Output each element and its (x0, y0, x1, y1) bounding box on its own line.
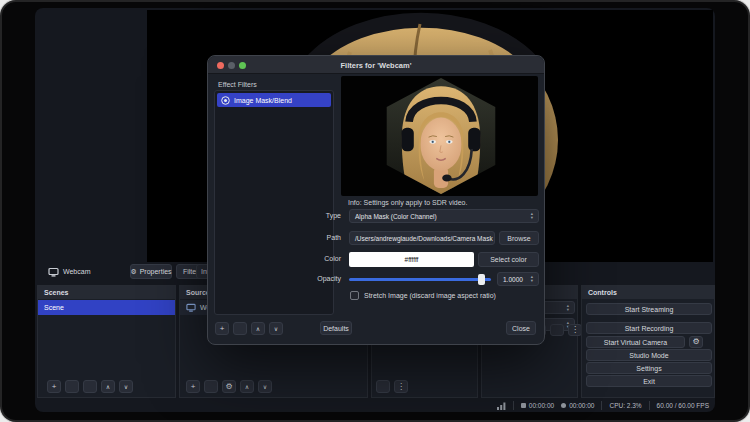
scene-down-button[interactable]: ∨ (119, 380, 133, 393)
opacity-spinbox[interactable]: 1.0000 ▴▾ (497, 272, 539, 286)
dialog-titlebar[interactable]: Filters for 'Webcam' (208, 56, 544, 74)
dialog-title: Filters for 'Webcam' (208, 61, 544, 70)
add-scene-button[interactable]: + (47, 380, 61, 393)
opacity-value: 1.0000 (503, 276, 531, 283)
stretch-image-checkbox[interactable] (350, 291, 359, 300)
color-label: Color (303, 252, 341, 266)
chevron-down-icon: ∨ (263, 384, 267, 390)
start-virtual-camera-label: Start Virtual Camera (604, 339, 667, 346)
chevron-down-icon: ∨ (124, 384, 128, 390)
monitor-icon (48, 267, 59, 278)
start-recording-label: Start Recording (625, 325, 674, 332)
properties-label: Properties (140, 268, 172, 275)
filter-down-button[interactable]: ∨ (269, 322, 283, 335)
advanced-audio-button[interactable] (376, 380, 390, 393)
exit-button[interactable]: Exit (586, 375, 712, 387)
record-dot-icon (561, 403, 566, 408)
remove-filter-button[interactable] (233, 322, 247, 335)
chevron-up-icon: ∧ (256, 326, 260, 332)
filters-dialog: Filters for 'Webcam' Effect Filters Imag… (207, 55, 545, 345)
close-label: Close (512, 325, 530, 332)
source-up-button[interactable]: ∧ (240, 380, 254, 393)
status-separator (513, 401, 514, 410)
record-time: 00:00:00 (569, 402, 594, 409)
add-filter-button[interactable]: + (215, 322, 229, 335)
screen-bezel: Webcam ⚙ Properties Filters Interact Sce… (0, 0, 750, 422)
controls-dock: Controls Start Streaming Start Recording… (581, 285, 715, 398)
plus-icon: + (220, 325, 225, 333)
status-bar: 00:00:00 00:00:00 CPU: 2.3% 60.00 / 60.0… (36, 399, 714, 412)
slider-track[interactable] (349, 278, 491, 281)
slider-handle[interactable] (478, 274, 485, 285)
start-streaming-button[interactable]: Start Streaming (586, 303, 712, 315)
type-select[interactable]: Alpha Mask (Color Channel) ▴▾ (349, 209, 539, 223)
filter-preview (341, 76, 538, 196)
stream-time: 00:00:00 (529, 402, 554, 409)
source-down-button[interactable]: ∨ (258, 380, 272, 393)
path-input[interactable]: /Users/andrewglaude/Downloads/Camera Mas… (349, 231, 495, 245)
remove-scene-button[interactable] (65, 380, 79, 393)
plus-icon: + (191, 383, 196, 391)
browse-label: Browse (507, 235, 530, 242)
opacity-slider[interactable] (349, 273, 491, 285)
context-source-name: Webcam (63, 268, 91, 275)
add-source-button[interactable]: + (186, 380, 200, 393)
select-color-label: Select color (490, 256, 527, 263)
scenes-dock: Scenes Scene + ∧ ∨ (37, 285, 176, 398)
combo-spinner-icons[interactable]: ▴▾ (531, 212, 533, 220)
transition-menu-button[interactable]: ⋮ (568, 324, 582, 336)
start-streaming-label: Start Streaming (625, 306, 674, 313)
scene-list-item[interactable]: Scene (38, 300, 175, 315)
chevron-up-icon: ∧ (106, 384, 110, 390)
signal-bars-icon (497, 402, 506, 410)
settings-label: Settings (636, 365, 661, 372)
controls-title: Controls (588, 289, 617, 296)
settings-button[interactable]: Settings (586, 362, 712, 374)
masked-webcam-image (382, 78, 500, 194)
visibility-eye-icon[interactable] (221, 96, 230, 105)
path-value: /Users/andrewglaude/Downloads/Camera Mas… (355, 235, 495, 242)
browse-button[interactable]: Browse (499, 231, 539, 245)
filter-list-item[interactable]: Image Mask/Blend (217, 93, 331, 107)
kebab-icon: ⋮ (571, 326, 579, 334)
stretch-image-label: Stretch Image (discard image aspect rati… (364, 292, 496, 299)
studio-mode-button[interactable]: Studio Mode (586, 349, 712, 361)
type-label: Type (303, 209, 341, 223)
chevron-up-icon: ∧ (245, 384, 249, 390)
spin-down-icon: ▾ (567, 308, 569, 312)
remove-source-button[interactable] (204, 380, 218, 393)
cpu-usage: CPU: 2.3% (609, 402, 641, 409)
virtual-camera-config-button[interactable]: ⚙ (689, 336, 703, 348)
properties-button[interactable]: ⚙ Properties (130, 264, 172, 279)
close-button[interactable]: Close (506, 321, 536, 335)
stream-timer: 00:00:00 (521, 402, 554, 409)
gear-icon: ⚙ (225, 383, 232, 391)
gear-icon: ⚙ (130, 268, 136, 276)
scenes-dock-header: Scenes (38, 286, 175, 299)
scene-up-button[interactable]: ∧ (101, 380, 115, 393)
color-hex-value: #ffffff (405, 256, 419, 263)
select-color-button[interactable]: Select color (478, 252, 539, 267)
mixer-menu-button[interactable]: ⋮ (394, 380, 408, 393)
controls-dock-header: Controls (582, 286, 714, 299)
gear-icon: ⚙ (692, 338, 699, 346)
scene-item-label: Scene (44, 304, 64, 311)
hexagon-mask-preview (382, 78, 500, 194)
kebab-icon: ⋮ (397, 383, 405, 391)
spinner-icons[interactable]: ▴▾ (567, 304, 569, 312)
record-timer: 00:00:00 (561, 402, 594, 409)
status-separator (649, 401, 650, 410)
spinbox-arrows[interactable]: ▴▾ (531, 275, 533, 283)
start-recording-button[interactable]: Start Recording (586, 322, 712, 334)
scene-filters-button[interactable] (83, 380, 97, 393)
color-swatch-field[interactable]: #ffffff (349, 252, 474, 267)
filter-up-button[interactable]: ∧ (251, 322, 265, 335)
source-properties-button[interactable]: ⚙ (222, 380, 236, 393)
start-virtual-camera-button[interactable]: Start Virtual Camera (586, 336, 685, 348)
remove-transition-button[interactable] (550, 324, 564, 336)
defaults-button[interactable]: Defaults (320, 321, 352, 335)
spin-down-icon: ▾ (531, 279, 533, 283)
monitor-icon (186, 303, 196, 313)
path-label: Path (303, 231, 341, 245)
status-separator (601, 401, 602, 410)
